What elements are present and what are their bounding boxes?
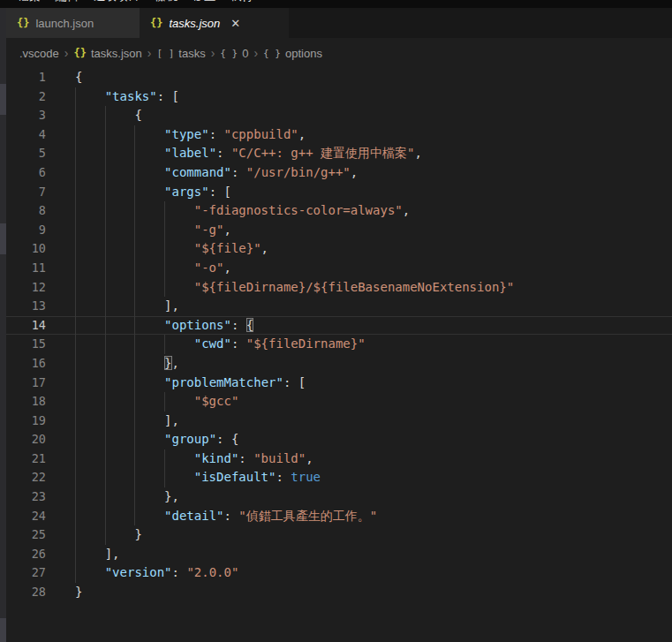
indent-guide <box>75 487 105 507</box>
line-number: 25 <box>6 525 46 545</box>
indent-guide <box>75 335 105 354</box>
indent-guide <box>105 316 135 336</box>
indent-guide <box>105 125 135 145</box>
line-number: 23 <box>6 487 46 507</box>
code-line[interactable]: 23}, <box>6 487 672 507</box>
menu-item[interactable]: 移至 <box>193 0 215 4</box>
breadcrumb-item-tasks-json[interactable]: {} tasks.json <box>73 47 141 60</box>
code-line[interactable]: 4"type": "cppbuild", <box>6 125 672 145</box>
indent-guide <box>105 259 135 278</box>
menu-item[interactable]: 執行 <box>230 0 253 4</box>
code-line[interactable]: 21"kind": "build", <box>6 449 672 469</box>
code-line[interactable]: 7"args": [ <box>6 183 672 202</box>
indent-guide <box>134 259 164 278</box>
indent-guide <box>75 507 105 526</box>
line-number: 24 <box>6 507 46 526</box>
line-number: 17 <box>6 374 46 393</box>
indent-guide <box>105 487 135 507</box>
code-line[interactable]: 26], <box>6 545 672 564</box>
tab-launch-json[interactable]: {} launch.json <box>6 8 140 38</box>
indent-guide <box>75 201 105 221</box>
menu-item[interactable]: 編輯 <box>56 0 79 4</box>
editor[interactable]: 1{2"tasks": [3{4"type": "cppbuild",5"lab… <box>6 68 672 642</box>
code-line[interactable]: 28} <box>6 583 672 602</box>
indent-guide <box>75 412 105 431</box>
activity-bar-item <box>0 618 6 642</box>
code-line[interactable]: 19], <box>6 412 672 431</box>
activity-bar-item <box>0 84 6 115</box>
breadcrumb-item-tasks[interactable]: [ ] tasks <box>156 47 205 60</box>
indent-guide <box>75 468 105 487</box>
code-line[interactable]: 16}, <box>6 354 672 374</box>
line-number: 8 <box>6 201 46 221</box>
indent-guide <box>75 259 105 278</box>
line-number: 6 <box>6 163 46 183</box>
indent-guide <box>134 201 164 221</box>
code-line[interactable]: 17"problemMatcher": [ <box>6 374 672 393</box>
code-line[interactable]: 12"${fileDirname}/${fileBasenameNoExtens… <box>6 278 672 298</box>
tab-bar: {} launch.json {} tasks.json ✕ <box>6 8 672 38</box>
breadcrumb-item-0[interactable]: { } 0 <box>220 47 248 60</box>
code-line[interactable]: 8"-fdiagnostics-color=always", <box>6 201 672 221</box>
indent-guide <box>134 163 164 183</box>
json-punctuation: , <box>223 261 230 275</box>
code-line[interactable]: 15"cwd": "${fileDirname}" <box>6 335 672 354</box>
code-line[interactable]: 25} <box>6 525 672 545</box>
code-line[interactable]: 20"group": { <box>6 430 672 449</box>
line-number: 5 <box>6 144 46 163</box>
indent-guide <box>164 335 194 354</box>
code-content: "problemMatcher": [ <box>46 374 306 393</box>
chevron-right-icon: › <box>64 46 69 60</box>
json-string: "/usr/bin/g++" <box>246 165 351 179</box>
code-content: { <box>46 106 142 125</box>
code-line[interactable]: 9"-g", <box>6 221 672 240</box>
code-line[interactable]: 1{ <box>6 68 672 87</box>
indent-guide <box>105 354 135 374</box>
json-key: "isDefault" <box>194 470 276 484</box>
menu-item[interactable]: 檢視 <box>155 0 177 4</box>
code-line[interactable]: 3{ <box>6 106 672 125</box>
indent-guide <box>105 449 135 469</box>
breadcrumb-item-options[interactable]: { } options <box>263 47 322 60</box>
code-line[interactable]: 14"options": { <box>6 316 672 336</box>
code-line[interactable]: 11"-o", <box>6 259 672 278</box>
code-line[interactable]: 5"label": "C/C++: g++ 建置使用中檔案", <box>6 144 672 163</box>
indent-guide <box>134 335 164 354</box>
json-punctuation: , <box>415 146 422 160</box>
indent-guide <box>134 125 164 145</box>
line-number: 13 <box>6 297 46 316</box>
menu-item[interactable]: 選取項目 <box>94 0 140 4</box>
code-line[interactable]: 27"version": "2.0.0" <box>6 563 672 583</box>
json-key: "kind" <box>194 451 239 465</box>
code-line[interactable]: 24"detail": "偵錯工具產生的工作。" <box>6 507 672 526</box>
line-number: 11 <box>6 259 46 278</box>
array-symbol-icon: [ ] <box>156 48 174 59</box>
code-line[interactable]: 10"${file}", <box>6 239 672 259</box>
json-string: "${fileDirname}/${fileBasenameNoExtensio… <box>194 280 514 294</box>
indent-guide <box>134 297 164 316</box>
json-string: "build" <box>253 451 306 465</box>
tab-label: tasks.json <box>169 17 220 30</box>
json-file-icon: {} <box>150 17 162 29</box>
code-line[interactable]: 2"tasks": [ <box>6 87 672 107</box>
breadcrumb-item-vscode[interactable]: .vscode <box>19 47 59 60</box>
indent-guide <box>75 316 105 336</box>
activity-bar-item <box>0 223 6 254</box>
close-icon[interactable]: ✕ <box>230 18 240 29</box>
code-line[interactable]: 18"$gcc" <box>6 392 672 412</box>
tab-tasks-json[interactable]: {} tasks.json ✕ <box>140 8 289 38</box>
json-key: "options" <box>164 318 231 332</box>
code-line[interactable]: 22"isDefault": true <box>6 468 672 487</box>
json-string: "C/C++: g++ 建置使用中檔案" <box>231 146 415 160</box>
code-content: } <box>46 525 142 545</box>
line-number: 12 <box>6 278 46 298</box>
code-line[interactable]: 6"command": "/usr/bin/g++", <box>6 163 672 183</box>
code-line[interactable]: 13], <box>6 297 672 316</box>
code-content: }, <box>46 487 179 507</box>
indent-guide <box>164 259 194 278</box>
json-punctuation: , <box>261 241 268 255</box>
indent-guide <box>75 430 105 449</box>
menu-item[interactable]: 檔案 <box>18 0 41 4</box>
indent-guide <box>134 449 164 469</box>
indent-guide <box>134 468 164 487</box>
